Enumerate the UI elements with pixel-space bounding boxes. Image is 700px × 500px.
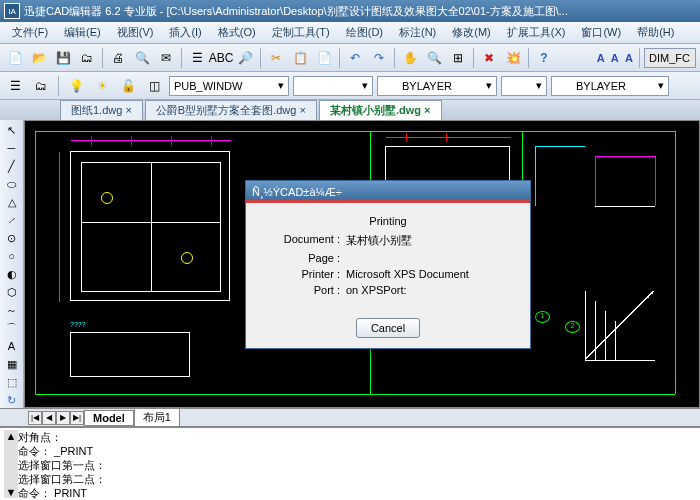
close-icon[interactable]: × — [125, 104, 131, 116]
hatch-tool-icon[interactable]: ▦ — [2, 356, 22, 372]
nav-first-icon[interactable]: |◀ — [28, 411, 42, 425]
separator — [260, 48, 261, 68]
text-style-buttons[interactable]: A A A — [597, 52, 635, 64]
layer-manager-icon[interactable]: ☰ — [4, 75, 26, 97]
xline-tool-icon[interactable]: ╱ — [2, 158, 22, 174]
lock-icon[interactable]: 🔓 — [117, 75, 139, 97]
command-window[interactable]: ▲▼ 对角点： 命令： _PRINT 选择窗口第一点： 选择窗口第二点： 命令：… — [0, 426, 700, 500]
dim-style-combo[interactable]: DIM_FC — [644, 48, 696, 68]
menu-insert[interactable]: 插入(I) — [161, 23, 209, 42]
cancel-button[interactable]: Cancel — [356, 318, 420, 338]
help-icon[interactable]: ? — [533, 47, 555, 69]
paste-icon[interactable]: 📄 — [313, 47, 335, 69]
close-icon[interactable]: × — [424, 104, 430, 116]
menu-view[interactable]: 视图(V) — [109, 23, 162, 42]
menu-bar: 文件(F) 编辑(E) 视图(V) 插入(I) 格式(O) 定制工具(T) 绘图… — [0, 22, 700, 44]
separator — [58, 76, 59, 96]
freeze-icon[interactable]: ☀ — [91, 75, 113, 97]
ellipse-tool-icon[interactable]: ⬡ — [2, 284, 22, 300]
linetype-combo[interactable]: BYLAYER▾ — [551, 76, 669, 96]
doc-tab-active[interactable]: 某村镇小别墅.dwg × — [319, 100, 442, 120]
dlg-value-port: on XPSPort: — [346, 284, 407, 296]
menu-dimension[interactable]: 标注(N) — [391, 23, 444, 42]
save-icon[interactable]: 💾 — [52, 47, 74, 69]
spline-tool-icon[interactable]: ～ — [2, 302, 22, 318]
zoom-icon[interactable]: 🔍 — [423, 47, 445, 69]
menu-format[interactable]: 格式(O) — [210, 23, 264, 42]
rect-tool-icon[interactable]: ⟋ — [2, 212, 22, 228]
cmd-line: 命令： _PRINT — [18, 444, 696, 458]
separator — [528, 48, 529, 68]
properties-toolbar: ☰ 🗂 💡 ☀ 🔓 ◫ PUB_WINDW▾ ▾ BYLAYER▾ ▾ BYLA… — [0, 72, 700, 100]
region-tool-icon[interactable]: ⬚ — [2, 374, 22, 390]
layout-tab-1[interactable]: 布局1 — [134, 408, 180, 427]
donut-tool-icon[interactable]: ◐ — [2, 266, 22, 282]
erase-icon[interactable]: ✖ — [478, 47, 500, 69]
saveall-icon[interactable]: 🗂 — [76, 47, 98, 69]
cmd-line: 选择窗口第二点： — [18, 472, 696, 486]
document-tabs: 图纸1.dwg × 公爵B型别墅方案全套图.dwg × 某村镇小别墅.dwg × — [0, 100, 700, 120]
mail-icon[interactable]: ✉ — [155, 47, 177, 69]
draw-toolbar: ↖ ─ ╱ ⬭ △ ⟋ ⊙ ○ ◐ ⬡ ～ ⌒ A ▦ ⬚ ↻ — [0, 120, 24, 408]
dlg-label-port: Port : — [266, 284, 346, 296]
color-swatch-icon[interactable]: ◫ — [143, 75, 165, 97]
spell-icon[interactable]: ABC — [210, 47, 232, 69]
revcloud-tool-icon[interactable]: ⌒ — [2, 320, 22, 336]
layer-states-icon[interactable]: 🗂 — [30, 75, 52, 97]
separator — [394, 48, 395, 68]
lineweight-combo[interactable]: BYLAYER▾ — [377, 76, 497, 96]
dlg-value-document: 某村镇小别墅 — [346, 233, 412, 248]
copy-icon[interactable]: 📋 — [289, 47, 311, 69]
print-icon[interactable]: 🖨 — [107, 47, 129, 69]
line-tool-icon[interactable]: ─ — [2, 140, 22, 156]
explode-icon[interactable]: 💥 — [502, 47, 524, 69]
doc-tab[interactable]: 公爵B型别墅方案全套图.dwg × — [145, 100, 317, 120]
plot-style-combo[interactable]: ▾ — [501, 76, 547, 96]
nav-next-icon[interactable]: ▶ — [56, 411, 70, 425]
lightbulb-icon[interactable]: 💡 — [65, 75, 87, 97]
cmd-scrollbar[interactable]: ▲▼ — [4, 430, 18, 498]
pline-tool-icon[interactable]: ⬭ — [2, 176, 22, 192]
close-icon[interactable]: × — [300, 104, 306, 116]
props-icon[interactable]: ☰ — [186, 47, 208, 69]
separator — [181, 48, 182, 68]
doc-tab[interactable]: 图纸1.dwg × — [60, 100, 143, 120]
menu-draw[interactable]: 绘图(D) — [338, 23, 391, 42]
find-icon[interactable]: 🔎 — [234, 47, 256, 69]
text-tool-icon[interactable]: A — [2, 338, 22, 354]
pan-icon[interactable]: ✋ — [399, 47, 421, 69]
preview-icon[interactable]: 🔍 — [131, 47, 153, 69]
undo-icon[interactable]: ↶ — [344, 47, 366, 69]
menu-tools[interactable]: 定制工具(T) — [264, 23, 338, 42]
menu-edit[interactable]: 编辑(E) — [56, 23, 109, 42]
window-title: 迅捷CAD编辑器 6.2 专业版 - [C:\Users\Administrat… — [24, 4, 568, 19]
cmd-line: 对角点： — [18, 430, 696, 444]
layer-combo[interactable]: PUB_WINDW▾ — [169, 76, 289, 96]
new-icon[interactable]: 📄 — [4, 47, 26, 69]
menu-help[interactable]: 帮助(H) — [629, 23, 682, 42]
circle-tool-icon[interactable]: ○ — [2, 248, 22, 264]
open-icon[interactable]: 📂 — [28, 47, 50, 69]
color-combo[interactable]: ▾ — [293, 76, 373, 96]
cut-icon[interactable]: ✂ — [265, 47, 287, 69]
zoomwin-icon[interactable]: ⊞ — [447, 47, 469, 69]
nav-prev-icon[interactable]: ◀ — [42, 411, 56, 425]
nav-last-icon[interactable]: ▶| — [70, 411, 84, 425]
menu-window[interactable]: 窗口(W) — [573, 23, 629, 42]
menu-extend[interactable]: 扩展工具(X) — [499, 23, 574, 42]
cmd-line: 选择窗口第一点： — [18, 458, 696, 472]
separator — [639, 48, 640, 68]
menu-modify[interactable]: 修改(M) — [444, 23, 499, 42]
cmd-line: 命令： PRINT — [18, 486, 696, 500]
layout-tab-model[interactable]: Model — [84, 410, 134, 426]
refresh-tool-icon[interactable]: ↻ — [2, 392, 22, 408]
separator — [473, 48, 474, 68]
arc-tool-icon[interactable]: ⊙ — [2, 230, 22, 246]
polygon-tool-icon[interactable]: △ — [2, 194, 22, 210]
menu-file[interactable]: 文件(F) — [4, 23, 56, 42]
print-dialog: Ñ¸½ÝCAD±à¼­Æ÷ Printing Document :某村镇小别墅 … — [245, 180, 531, 349]
dlg-label-printer: Printer : — [266, 268, 346, 280]
select-tool-icon[interactable]: ↖ — [2, 122, 22, 138]
layout-tabs: |◀ ◀ ▶ ▶| Model 布局1 — [0, 408, 700, 426]
redo-icon[interactable]: ↷ — [368, 47, 390, 69]
